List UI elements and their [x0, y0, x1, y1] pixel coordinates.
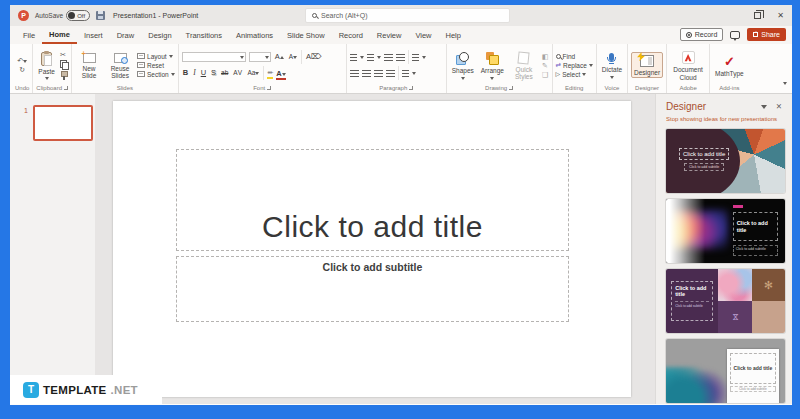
- format-painter-icon[interactable]: [60, 71, 68, 80]
- text-highlight-button[interactable]: ✏: [267, 69, 273, 77]
- text-shadow-button[interactable]: S: [210, 69, 217, 77]
- change-case-button[interactable]: Aa: [247, 70, 261, 77]
- dialog-launcher-icon[interactable]: [64, 86, 68, 90]
- slide-editing-surface[interactable]: Click to add title Click to add subtitle: [113, 101, 631, 397]
- font-name-combo[interactable]: [182, 52, 246, 62]
- replace-button[interactable]: ⇄Replace: [556, 62, 593, 69]
- comments-icon[interactable]: [730, 31, 740, 39]
- shape-effects-icon[interactable]: ❑: [542, 71, 549, 78]
- designer-button-label: Designer: [634, 69, 660, 76]
- justify-icon[interactable]: [386, 70, 395, 77]
- tab-review[interactable]: Review: [370, 26, 409, 44]
- underline-button[interactable]: U: [200, 69, 207, 77]
- font-color-button[interactable]: A: [276, 69, 285, 78]
- layout-button[interactable]: Layout: [137, 53, 175, 60]
- collapse-ribbon-icon[interactable]: [783, 82, 787, 85]
- powerpoint-app-icon[interactable]: P: [18, 10, 29, 21]
- quick-styles-button[interactable]: Quick Styles: [509, 50, 539, 81]
- designer-button[interactable]: Designer: [631, 52, 663, 77]
- search-input[interactable]: Search (Alt+Q): [305, 8, 510, 23]
- reuse-slides-button[interactable]: Reuse Slides: [106, 51, 134, 80]
- decrease-indent-icon[interactable]: [384, 54, 393, 61]
- group-label-voice: Voice: [600, 84, 624, 93]
- slide-thumbnail-selected[interactable]: [33, 105, 93, 141]
- bullets-icon[interactable]: [350, 54, 357, 61]
- group-label-paragraph: Paragraph: [379, 85, 407, 91]
- paste-button[interactable]: Paste: [36, 50, 57, 80]
- design-suggestion-1[interactable]: Click to add title Click to add subtitle: [666, 129, 785, 193]
- dialog-launcher-icon[interactable]: [409, 86, 413, 90]
- stop-showing-ideas-link[interactable]: Stop showing ideas for new presentations: [666, 116, 784, 122]
- tab-insert[interactable]: Insert: [77, 26, 110, 44]
- divider: [408, 50, 409, 64]
- restore-window-icon[interactable]: [754, 12, 761, 19]
- reset-button[interactable]: Reset: [137, 62, 175, 69]
- find-icon: [556, 54, 561, 59]
- record-button[interactable]: Record: [680, 28, 724, 41]
- tab-file[interactable]: File: [16, 26, 42, 44]
- align-right-icon[interactable]: [374, 70, 383, 77]
- design-suggestion-3[interactable]: Click to add title Click to add subtitle…: [666, 269, 785, 333]
- tab-help[interactable]: Help: [439, 26, 468, 44]
- align-center-icon[interactable]: [362, 70, 371, 77]
- tab-design[interactable]: Design: [141, 26, 178, 44]
- save-icon[interactable]: [96, 11, 105, 20]
- align-left-icon[interactable]: [350, 70, 359, 77]
- clear-formatting-button[interactable]: A⌦: [305, 53, 323, 61]
- design3-title: Click to add title: [675, 285, 709, 299]
- dialog-launcher-icon[interactable]: [267, 86, 271, 90]
- chevron-down-icon[interactable]: [761, 105, 767, 109]
- tab-animations[interactable]: Animations: [229, 26, 280, 44]
- undo-icon[interactable]: ↶: [17, 57, 27, 64]
- layout-icon: [137, 53, 145, 59]
- character-spacing-button[interactable]: AV: [232, 70, 243, 77]
- group-slides: New Slide Reuse Slides Layout Reset Sect…: [72, 44, 179, 93]
- mathtype-button[interactable]: ✓ MathType: [713, 53, 746, 77]
- shape-outline-icon[interactable]: ✎: [542, 62, 549, 69]
- design-suggestion-2[interactable]: Click to add title Click to add subtitle: [666, 199, 785, 263]
- tab-record[interactable]: Record: [332, 26, 370, 44]
- subtitle-placeholder[interactable]: Click to add subtitle: [176, 256, 569, 322]
- copy-icon[interactable]: [60, 60, 68, 69]
- share-button[interactable]: Share: [747, 28, 786, 41]
- close-pane-icon[interactable]: ✕: [776, 103, 782, 111]
- title-placeholder[interactable]: Click to add title: [176, 149, 569, 251]
- cut-icon[interactable]: ✂: [60, 51, 68, 58]
- group-label-designer: Designer: [631, 84, 663, 93]
- increase-indent-icon[interactable]: [396, 54, 405, 61]
- group-label-clipboard: Clipboard: [36, 85, 62, 91]
- group-clipboard: Paste ✂ Clipboard: [33, 44, 72, 93]
- strikethrough-button[interactable]: ab: [220, 70, 229, 77]
- autosave-toggle[interactable]: Off: [66, 10, 90, 21]
- select-button[interactable]: ▷Select: [556, 71, 587, 78]
- section-button[interactable]: Section: [137, 71, 175, 78]
- tab-home[interactable]: Home: [42, 26, 77, 44]
- text-direction-icon[interactable]: [412, 54, 419, 61]
- bold-button[interactable]: B: [182, 69, 189, 77]
- shapes-button[interactable]: Shapes: [450, 50, 476, 79]
- slide-thumbnail-panel: 1: [10, 94, 95, 404]
- tab-transitions[interactable]: Transitions: [179, 26, 229, 44]
- numbering-icon[interactable]: [367, 54, 374, 61]
- find-button[interactable]: Find: [556, 53, 576, 60]
- redo-icon[interactable]: ↻: [19, 66, 25, 73]
- tab-slide-show[interactable]: Slide Show: [280, 26, 332, 44]
- italic-button[interactable]: I: [192, 69, 197, 77]
- tab-draw[interactable]: Draw: [110, 26, 142, 44]
- dictate-button[interactable]: Dictate: [600, 51, 624, 78]
- close-window-icon[interactable]: ✕: [777, 12, 784, 20]
- document-cloud-button[interactable]: Document Cloud: [670, 49, 706, 81]
- design-suggestion-4[interactable]: Click to add title Click to add subtitle: [666, 339, 785, 403]
- tab-view[interactable]: View: [408, 26, 438, 44]
- line-spacing-icon[interactable]: [402, 70, 409, 77]
- shape-fill-icon[interactable]: ◧: [542, 53, 549, 60]
- watermark-tld: .NET: [111, 384, 138, 396]
- grow-font-button[interactable]: A: [274, 53, 285, 61]
- arrange-button[interactable]: Arrange: [479, 50, 506, 79]
- dialog-launcher-icon[interactable]: [509, 86, 513, 90]
- autosave-control[interactable]: AutoSave Off: [35, 10, 90, 21]
- font-size-combo[interactable]: [249, 52, 271, 62]
- shrink-font-button[interactable]: A: [288, 54, 298, 61]
- title-placeholder-text: Click to add title: [262, 210, 483, 244]
- new-slide-button[interactable]: New Slide: [75, 51, 103, 80]
